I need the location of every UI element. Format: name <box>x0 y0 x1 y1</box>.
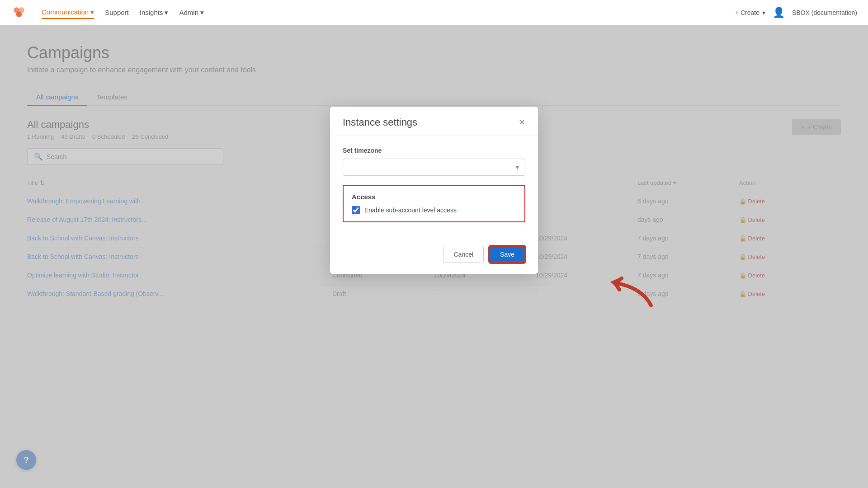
access-title: Access <box>352 193 516 201</box>
nav-communication[interactable]: Communication ▾ <box>42 6 94 19</box>
timezone-select[interactable] <box>343 159 525 176</box>
access-checkbox-row: Enable sub-account level access <box>352 206 516 214</box>
svg-point-2 <box>16 11 22 17</box>
modal-overlay: Instance settings ✕ Set timezone ▾ Acces… <box>0 25 868 488</box>
access-box: Access Enable sub-account level access <box>343 185 525 222</box>
modal-body: Set timezone ▾ Access Enable sub-account… <box>330 136 538 246</box>
svg-marker-3 <box>610 277 620 288</box>
user-icon[interactable]: 👤 <box>773 7 785 19</box>
save-button[interactable]: Save <box>489 246 525 263</box>
arrow-annotation <box>579 260 660 316</box>
create-button[interactable]: + Create ▾ <box>735 9 765 16</box>
modal-header: Instance settings ✕ <box>330 107 538 136</box>
nav-support[interactable]: Support <box>105 7 129 18</box>
chevron-down-icon: ▾ <box>90 8 94 16</box>
modal-footer: Cancel Save <box>330 246 538 274</box>
modal-title: Instance settings <box>343 117 417 128</box>
main-navigation: Communication ▾ Support Insights ▾ Admin… <box>42 6 204 19</box>
timezone-select-wrap: ▾ <box>343 159 525 176</box>
sub-account-access-checkbox[interactable] <box>352 206 360 214</box>
instance-settings-modal: Instance settings ✕ Set timezone ▾ Acces… <box>330 107 538 274</box>
cancel-button[interactable]: Cancel <box>443 246 484 263</box>
timezone-label: Set timezone <box>343 147 525 154</box>
chevron-down-icon: ▾ <box>762 9 765 16</box>
topnav-right: + Create ▾ 👤 SBOX (documentation) <box>735 7 857 19</box>
chevron-down-icon: ▾ <box>165 9 168 17</box>
nav-admin[interactable]: Admin ▾ <box>179 7 204 19</box>
app-logo[interactable] <box>11 5 27 21</box>
chevron-down-icon: ▾ <box>200 9 204 17</box>
top-navigation: Communication ▾ Support Insights ▾ Admin… <box>0 0 868 25</box>
modal-close-button[interactable]: ✕ <box>519 117 525 127</box>
nav-insights[interactable]: Insights ▾ <box>140 7 169 19</box>
access-checkbox-label: Enable sub-account level access <box>364 206 457 214</box>
instance-label: SBOX (documentation) <box>792 9 857 16</box>
